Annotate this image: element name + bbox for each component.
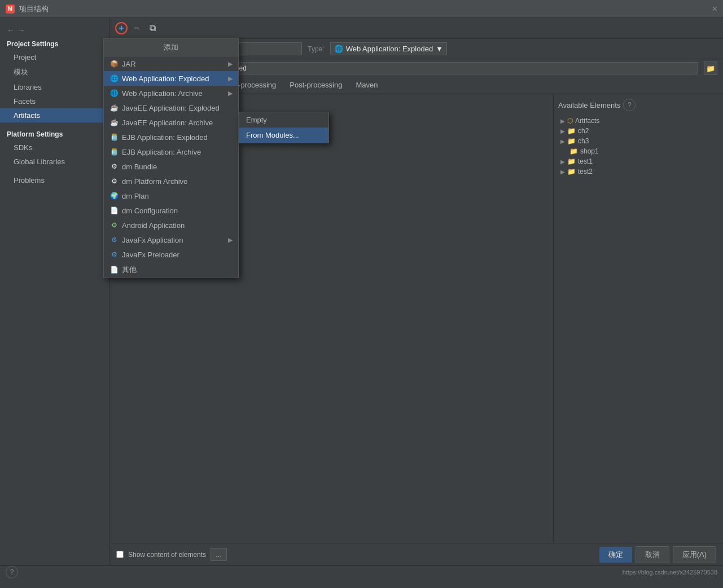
avail-test1-icon: 📁 — [567, 157, 576, 165]
window-title: 项目结构 — [19, 4, 49, 14]
remove-artifact-button[interactable]: − — [130, 21, 143, 35]
sidebar-item-project[interactable]: Project — [0, 50, 109, 64]
avail-test2-label: test2 — [578, 168, 593, 175]
status-url: https://blog.csdn.net/x2425970538 — [623, 569, 717, 576]
module-info-item: 'shop1' module: 'Web' facet resources — [114, 137, 549, 146]
type-icon: 🌐 — [334, 45, 343, 53]
avail-test1-label: test1 — [578, 157, 593, 165]
artifact-name-row: :(M) Type: 🌐 Web Application: Exploded ▼ — [109, 39, 723, 59]
avail-shop1-icon: 📁 — [569, 147, 578, 155]
avail-ch3[interactable]: ▶ 📁 ch3 — [558, 136, 718, 146]
type-dropdown-icon: ▼ — [436, 45, 443, 53]
show-content-checkbox[interactable] — [116, 551, 124, 558]
tree-remove-button[interactable]: − — [129, 99, 141, 111]
name-label: :(M) — [115, 45, 127, 53]
available-elements-panel: Available Elements ? ▶ ⬡ Artifacts ▶ 📁 c… — [554, 94, 723, 543]
tree-up-button[interactable]: ↑ — [158, 99, 170, 111]
tree-add-button[interactable]: + — [114, 99, 126, 111]
type-label: Type: — [308, 45, 324, 53]
tab-validation[interactable]: Validation — [175, 77, 220, 94]
available-help-icon[interactable]: ? — [623, 99, 636, 111]
avail-ch2[interactable]: ▶ 📁 ch2 — [558, 126, 718, 136]
avail-shop1[interactable]: 📁 shop1 — [558, 146, 718, 156]
ellipsis-button[interactable]: ... — [211, 548, 227, 561]
bottom-right: 确定 取消 应用(A) — [599, 546, 716, 563]
webinf-label: WEB-INF — [134, 128, 163, 135]
module-info-label: 'shop1' module: 'Web' facet resources — [123, 138, 227, 144]
output-path-input[interactable] — [150, 62, 698, 74]
output-root-item[interactable]: 输出根> — [114, 115, 549, 126]
tab-postprocessing[interactable]: Post-processing — [283, 77, 349, 94]
avail-test1-expand[interactable]: ▶ — [560, 159, 565, 165]
output-path-label: 输出目录: — [115, 64, 144, 73]
tab-maven[interactable]: Maven — [349, 77, 384, 94]
bottom-bar: Show content of elements ... 确定 取消 应用(A) — [109, 543, 723, 565]
status-help-icon[interactable]: ? — [6, 566, 18, 578]
content-area: + − ⧉ :(M) Type: 🌐 Web Application: Expl… — [109, 18, 723, 565]
avail-artifacts-expand[interactable]: ▶ — [560, 118, 565, 124]
sidebar-item-facets[interactable]: Facets — [0, 94, 109, 108]
cancel-button[interactable]: 取消 — [636, 546, 669, 563]
apply-button[interactable]: 应用(A) — [673, 546, 716, 563]
root-label: 输出根> — [116, 116, 141, 125]
output-tree: + − ↕ ↑ ↓ 输出根> 📁 WEB-INF 'shop1' module:… — [109, 94, 554, 543]
sidebar: ← → Project Settings Project 模块 Librarie… — [0, 18, 109, 565]
avail-artifacts[interactable]: ▶ ⬡ Artifacts — [558, 116, 718, 126]
sidebar-item-artifacts[interactable]: Artifacts — [0, 108, 109, 122]
project-settings-header: Project Settings — [0, 37, 109, 50]
tree-down-button[interactable]: ↓ — [173, 99, 185, 111]
output-tree-toolbar: + − ↕ ↑ ↓ — [114, 99, 549, 111]
avail-ch3-icon: 📁 — [567, 137, 576, 145]
forward-button[interactable]: → — [17, 26, 25, 34]
avail-ch2-expand[interactable]: ▶ — [560, 128, 565, 134]
artifact-name-input[interactable] — [133, 42, 302, 55]
tree-sort-button[interactable]: ↕ — [143, 99, 156, 111]
ok-button[interactable]: 确定 — [599, 547, 632, 563]
avail-artifacts-icon: ⬡ — [567, 117, 573, 125]
avail-test2-icon: 📁 — [567, 168, 576, 175]
available-label: Available Elements — [558, 101, 620, 109]
avail-test2[interactable]: ▶ 📁 test2 — [558, 166, 718, 177]
tab-output-layout[interactable]: Output Layout — [115, 77, 175, 94]
back-button[interactable]: ← — [7, 26, 14, 34]
app-icon: M — [6, 5, 15, 14]
title-bar-left: M 项目结构 — [6, 4, 49, 14]
avail-artifacts-label: Artifacts — [575, 117, 599, 125]
add-artifact-button[interactable]: + — [115, 22, 128, 34]
sidebar-item-sdks[interactable]: SDKs — [0, 141, 109, 155]
bottom-left: Show content of elements ... — [116, 548, 227, 561]
sidebar-item-global-libraries[interactable]: Global Libraries — [0, 155, 109, 169]
tabs-row: Output Layout Validation Pre-processing … — [109, 77, 723, 94]
status-bar: ? https://blog.csdn.net/x2425970538 — [0, 565, 723, 578]
artifacts-toolbar: + − ⧉ — [109, 18, 723, 39]
main-layout: ← → Project Settings Project 模块 Librarie… — [0, 18, 723, 565]
title-bar: M 项目结构 × — [0, 0, 723, 18]
type-select[interactable]: 🌐 Web Application: Exploded ▼ — [330, 42, 447, 55]
available-header: Available Elements ? — [558, 99, 718, 111]
avail-ch3-label: ch3 — [578, 137, 589, 145]
sidebar-item-problems[interactable]: Problems — [0, 173, 109, 187]
close-button[interactable]: × — [712, 4, 717, 14]
webinf-item[interactable]: 📁 WEB-INF — [114, 126, 549, 137]
type-value: Web Application: Exploded — [346, 45, 433, 53]
avail-test2-expand[interactable]: ▶ — [560, 169, 565, 175]
show-content-label: Show content of elements — [128, 551, 206, 559]
avail-shop1-label: shop1 — [580, 147, 599, 155]
avail-test1[interactable]: ▶ 📁 test1 — [558, 156, 718, 166]
sidebar-item-libraries[interactable]: Libraries — [0, 80, 109, 94]
sidebar-item-modules[interactable]: 模块 — [0, 64, 109, 80]
avail-ch2-label: ch2 — [578, 127, 589, 135]
copy-artifact-button[interactable]: ⧉ — [146, 21, 159, 35]
platform-settings-header: Platform Settings — [0, 127, 109, 141]
tab-preprocessing[interactable]: Pre-processing — [220, 77, 283, 94]
output-path-row: 输出目录: 📁 — [109, 59, 723, 77]
avail-ch2-icon: 📁 — [567, 127, 576, 135]
webinf-folder-icon: 📁 — [123, 128, 132, 135]
folder-browse-button[interactable]: 📁 — [704, 62, 717, 75]
output-layout-panel: + − ↕ ↑ ↓ 输出根> 📁 WEB-INF 'shop1' module:… — [109, 94, 723, 543]
avail-ch3-expand[interactable]: ▶ — [560, 138, 565, 144]
